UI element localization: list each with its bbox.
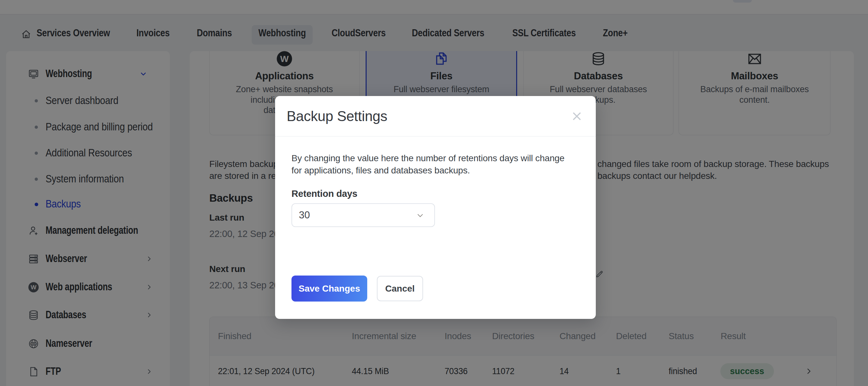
modal-title: Backup Settings bbox=[287, 96, 387, 137]
select-value: 30 bbox=[299, 204, 310, 227]
modal-header: Backup Settings bbox=[275, 96, 596, 137]
save-changes-button[interactable]: Save Changes bbox=[291, 275, 367, 301]
retention-days-select[interactable]: 30 bbox=[291, 203, 435, 227]
modal-description: By changing the value here the number of… bbox=[291, 152, 564, 177]
retention-days-label: Retention days bbox=[291, 188, 357, 199]
close-icon[interactable] bbox=[571, 110, 583, 122]
modal-description-line: By changing the value here the number of… bbox=[291, 153, 564, 163]
modal-description-line: for applications, files and databases ba… bbox=[291, 166, 470, 175]
cancel-button[interactable]: Cancel bbox=[377, 276, 423, 301]
backup-settings-modal: Backup Settings By changing the value he… bbox=[275, 96, 596, 319]
chevron-down-icon bbox=[416, 211, 424, 220]
